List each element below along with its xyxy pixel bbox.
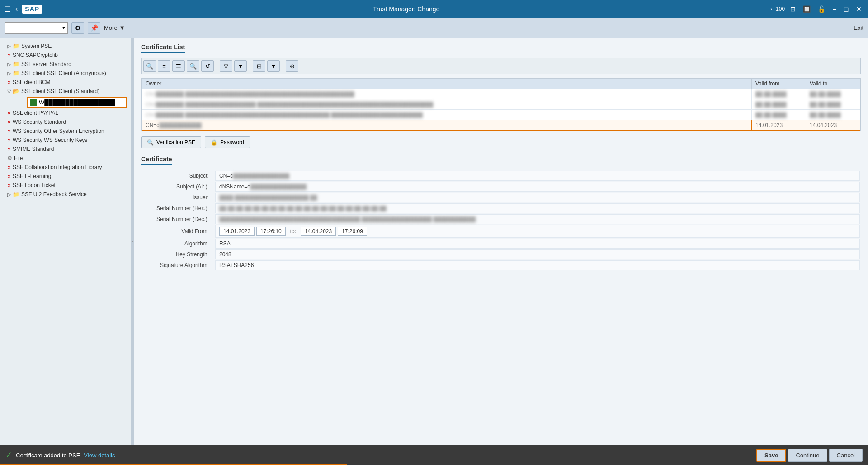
align-left-icon-btn[interactable]: ≡ — [158, 60, 170, 72]
view-icon-btn[interactable]: ⊞ — [253, 60, 265, 72]
date-time-group: 14.01.2023 17:26:10 to: 14.04.2023 17:26… — [219, 227, 856, 236]
algorithm-label: Algorithm: — [142, 239, 214, 249]
issuer-label: Issuer: — [142, 193, 214, 202]
sidebar-item-smime[interactable]: ✕ SMIME Standard — [0, 145, 131, 154]
key-strength-value: 2048 — [215, 249, 860, 259]
close-button[interactable]: ✕ — [854, 5, 863, 14]
content-area: Certificate List 🔍 ≡ ☰ 🔍 ↺ ▽ ▼ ⊞ ▼ ⊖ — [134, 38, 868, 445]
sidebar-item-label: WS Security Other System Encryption — [13, 128, 104, 134]
cancel-button[interactable]: Cancel — [829, 449, 863, 462]
layout-icon[interactable]: ⊞ — [788, 5, 797, 14]
cert-table-wrapper: Owner Valid from Valid to CN=████████ ██… — [141, 78, 861, 131]
password-button[interactable]: 🔒 Password — [205, 136, 250, 148]
app-title: Trust Manager: Change — [42, 5, 770, 13]
selected-cert-item[interactable]: W█████████████████ — [27, 97, 127, 108]
sidebar-item-ssf-collab[interactable]: ✕ SSF Collaboration Integration Library — [0, 163, 131, 172]
subject-alt-value: dNSName=c████████████████ — [215, 182, 860, 192]
top-bar: ☰ ‹ SAP Trust Manager: Change › 100 ⊞ 🔲 … — [0, 0, 868, 18]
sidebar-item-ws-other[interactable]: ✕ WS Security Other System Encryption — [0, 127, 131, 136]
filter-down-icon-btn[interactable]: ▼ — [234, 60, 247, 72]
cert-issuer-row: Issuer: ████ █████████████████████ ██ — [142, 193, 860, 202]
cert-valid-to: ██.██.████ — [806, 99, 860, 110]
back-button[interactable]: ‹ — [15, 5, 18, 13]
cert-subject-row: Subject: CN=c████████████████ — [142, 171, 860, 181]
status-message: Certificate added to PSE — [16, 452, 80, 459]
x-icon: ✕ — [7, 111, 11, 116]
more-label: More — [104, 24, 118, 31]
sidebar-item-ws-keys[interactable]: ✕ WS Security WS Security Keys — [0, 136, 131, 145]
algorithm-value: RSA — [215, 239, 860, 249]
cert-status-icon — [30, 99, 37, 106]
folder-icon: 📁 — [13, 70, 19, 76]
valid-from-label: Valid From: — [142, 225, 214, 238]
x-icon: ✕ — [7, 183, 11, 188]
cert-owner: CN=████████ ████████████████████ ███████… — [142, 99, 752, 110]
sidebar-item-snc[interactable]: ✕ SNC SAPCryptolib — [0, 51, 131, 60]
continue-button[interactable]: Continue — [788, 449, 827, 462]
settings-icon-btn[interactable]: ⚙ — [71, 22, 84, 34]
filter-icon-btn[interactable]: ▽ — [220, 60, 232, 72]
save-button[interactable]: Save — [756, 449, 786, 462]
zoom-icon-btn[interactable]: 🔍 — [143, 60, 156, 72]
valid-to-date: 14.04.2023 — [301, 227, 336, 236]
percentage-display: 100 — [776, 6, 785, 12]
serial-hex-label: Serial Number (Hex.): — [142, 203, 214, 213]
cert-valid-to-selected: 14.04.2023 — [806, 120, 860, 131]
col-owner: Owner — [142, 79, 752, 89]
x-icon: ✕ — [7, 80, 11, 85]
table-row[interactable]: CN=████████ ████████████████████ ███████… — [142, 99, 860, 110]
sidebar-item-ssl-paypal[interactable]: ✕ SSL client PAYPAL — [0, 108, 131, 117]
view-down-icon-btn[interactable]: ▼ — [267, 60, 280, 72]
sidebar-item-label: SSL client PAYPAL — [13, 110, 58, 116]
sidebar-item-ssl-client-standard[interactable]: ▽ 📂 SSL client SSL Client (Standard) — [0, 87, 131, 96]
cert-owner: CN=████████ ████████████████████████████… — [142, 110, 752, 120]
nav-input[interactable] — [5, 22, 68, 34]
valid-from-time: 17:26:10 — [256, 227, 286, 236]
sidebar-item-ssf-logon[interactable]: ✕ SSF Logon Ticket — [0, 181, 131, 190]
verification-pse-button[interactable]: 🔍 Verification PSE — [141, 136, 201, 148]
sidebar-item-file[interactable]: ⚙ File — [0, 154, 131, 163]
sidebar-item-ssl-client-anon[interactable]: ▷ 📁 SSL client SSL Client (Anonymous) — [0, 69, 131, 78]
sidebar-item-label: SSF UI2 Feedback Service — [21, 191, 87, 197]
selected-tree-item-wrapper: W█████████████████ — [0, 96, 131, 108]
view-details-link[interactable]: View details — [84, 452, 115, 459]
sidebar-item-label: SSL server Standard — [21, 61, 71, 67]
x-icon: ✕ — [7, 165, 11, 170]
sidebar-item-ssf-elearning[interactable]: ✕ SSF E-Learning — [0, 172, 131, 181]
sidebar-item-ssl-client-bcm[interactable]: ✕ SSL client BCM — [0, 78, 131, 87]
unlock-icon[interactable]: 🔓 — [816, 5, 827, 14]
more-button[interactable]: More ▼ — [104, 24, 125, 31]
separator — [250, 61, 250, 71]
sidebar-item-ws-standard[interactable]: ✕ WS Security Standard — [0, 117, 131, 127]
sidebar-item-ssf-ui2[interactable]: ▷ 📁 SSF UI2 Feedback Service — [0, 190, 131, 199]
sidebar-item-system-pse[interactable]: ▷ 📁 System PSE — [0, 42, 131, 51]
cert-valid-to: ██.██.████ — [806, 110, 860, 120]
cert-valid-to: ██.██.████ — [806, 89, 860, 99]
sidebar-item-label: WS Security WS Security Keys — [13, 137, 87, 143]
dropdown-wrapper: ▼ — [5, 22, 68, 34]
col-valid-from: Valid from — [752, 79, 806, 89]
cert-table: Owner Valid from Valid to CN=████████ ██… — [142, 78, 860, 131]
cert-owner-selected: CN=c████████████ — [142, 120, 752, 131]
pin-icon[interactable]: 🔲 — [801, 5, 812, 14]
align-center-icon-btn[interactable]: ☰ — [172, 60, 185, 72]
pin-toolbar-icon-btn[interactable]: 📌 — [88, 22, 100, 34]
sidebar-item-label: SSL client SSL Client (Standard) — [21, 88, 99, 94]
minimize-button[interactable]: – — [831, 5, 838, 14]
minus-icon-btn[interactable]: ⊖ — [286, 60, 298, 72]
sig-algo-value: RSA+SHA256 — [215, 260, 860, 270]
search-icon-btn[interactable]: 🔍 — [187, 60, 199, 72]
status-check-icon: ✓ — [5, 450, 12, 460]
sidebar-item-label: SNC SAPCryptolib — [13, 52, 58, 58]
refresh-icon-btn[interactable]: ↺ — [201, 60, 214, 72]
sidebar-item-ssl-server[interactable]: ▷ 📁 SSL server Standard — [0, 60, 131, 69]
x-icon: ✕ — [7, 138, 11, 143]
table-row-selected[interactable]: CN=c████████████ 14.01.2023 14.04.2023 — [142, 120, 860, 131]
table-row[interactable]: CN=████████ ████████████████████████████… — [142, 110, 860, 120]
nav-forward-icon[interactable]: › — [770, 6, 772, 12]
exit-button[interactable]: Exit — [854, 24, 863, 31]
sap-logo-text: SAP — [25, 5, 39, 13]
table-row[interactable]: CN=████████ ████████████████████████████… — [142, 89, 860, 99]
restore-button[interactable]: ◻ — [842, 5, 851, 14]
hamburger-menu-icon[interactable]: ☰ — [5, 5, 11, 14]
